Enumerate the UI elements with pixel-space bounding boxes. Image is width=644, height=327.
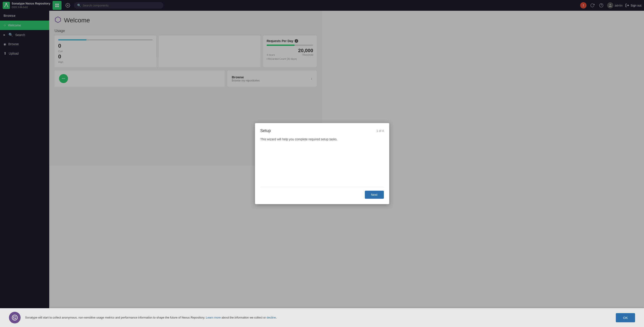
modal-body-text: This wizard will help you complete requi… xyxy=(260,137,322,142)
modal-header: Setup 1 of 4 xyxy=(260,128,322,133)
setup-modal: Setup 1 of 4 This wizard will help you c… xyxy=(255,123,322,166)
modal-body: This wizard will help you complete requi… xyxy=(260,137,322,166)
modal-title: Setup xyxy=(260,128,271,133)
modal-overlay[interactable]: Setup 1 of 4 This wizard will help you c… xyxy=(0,0,322,166)
